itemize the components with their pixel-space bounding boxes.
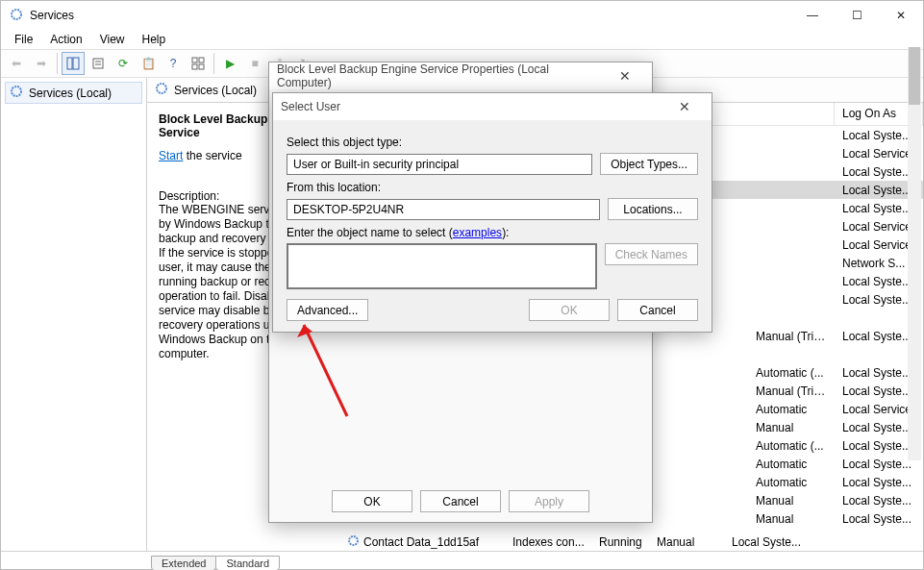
- svg-rect-3: [93, 59, 103, 68]
- minimize-button[interactable]: —: [790, 1, 835, 30]
- cell-logon: Local Syste...: [835, 512, 923, 526]
- cell-startup: Automatic (...: [748, 439, 835, 453]
- svg-rect-1: [67, 58, 72, 69]
- stop-service-button[interactable]: ■: [243, 52, 266, 75]
- refresh-button[interactable]: ⟳: [112, 52, 135, 75]
- select-user-footer: Advanced... OK Cancel: [287, 299, 698, 321]
- select-user-title-text: Select User: [281, 100, 340, 113]
- menu-file[interactable]: File: [7, 31, 40, 48]
- cell-startup: Manual: [748, 494, 835, 508]
- select-user-title: Select User ✕: [273, 93, 712, 120]
- cell-logon: Local Syste...: [835, 476, 923, 489]
- cell-startup: Automatic: [748, 403, 835, 416]
- props-cancel-button[interactable]: Cancel: [420, 490, 501, 512]
- menubar: File Action View Help: [1, 30, 923, 49]
- cell-startup: Manual (Trig...: [748, 330, 835, 343]
- object-type-label: Select this object type:: [287, 136, 698, 149]
- svg-rect-2: [73, 58, 79, 69]
- services-icon: [10, 85, 23, 101]
- svg-rect-9: [199, 64, 204, 69]
- enter-name-label: Enter the object name to select (example…: [287, 226, 698, 239]
- properties-dialog-title: Block Level Backup Engine Service Proper…: [269, 62, 652, 89]
- props-apply-button[interactable]: Apply: [509, 490, 589, 512]
- select-user-dialog: Select User ✕ Select this object type: O…: [272, 92, 712, 333]
- separator: [213, 53, 214, 74]
- properties-close-button[interactable]: ✕: [606, 68, 644, 84]
- cell-startup: Automatic: [748, 458, 835, 471]
- window-controls: — ☐ ✕: [790, 1, 923, 30]
- separator: [57, 53, 58, 74]
- close-button[interactable]: ✕: [879, 1, 923, 30]
- cell-startup: Automatic: [748, 476, 835, 489]
- examples-link[interactable]: examples: [453, 226, 502, 239]
- location-field[interactable]: [287, 199, 600, 220]
- show-hide-tree-button[interactable]: [62, 52, 85, 75]
- properties-title-text: Block Level Backup Engine Service Proper…: [277, 62, 606, 89]
- select-user-close-button[interactable]: ✕: [665, 99, 704, 114]
- tab-extended[interactable]: Extended: [151, 556, 216, 570]
- back-button[interactable]: ⬅: [5, 52, 28, 75]
- check-names-button[interactable]: Check Names: [605, 243, 698, 265]
- large-icons-button[interactable]: [187, 52, 210, 75]
- menu-view[interactable]: View: [92, 31, 133, 48]
- select-user-body: Select this object type: Object Types...…: [273, 120, 712, 331]
- properties-footer: OK Cancel Apply: [269, 490, 652, 512]
- tab-standard[interactable]: Standard: [215, 556, 280, 570]
- start-suffix: the service: [183, 149, 241, 162]
- gear-icon: [347, 534, 360, 550]
- services-icon: [155, 82, 168, 98]
- enter-name-prefix: Enter the object name to select (: [287, 226, 453, 239]
- cell-name: Contact Data_1dd15af: [363, 535, 479, 549]
- properties-toolbar-button[interactable]: [87, 52, 110, 75]
- content-header-label: Services (Local): [174, 84, 257, 97]
- view-tabs: Extended Standard: [1, 552, 923, 570]
- nav-services-local[interactable]: Services (Local): [5, 82, 142, 104]
- cell-status: Running: [599, 535, 657, 549]
- object-type-row: Object Types...: [287, 153, 698, 175]
- select-ok-button[interactable]: OK: [529, 299, 610, 321]
- enter-name-suffix: ):: [502, 226, 509, 239]
- svg-rect-6: [192, 58, 197, 62]
- help-toolbar-button[interactable]: ?: [162, 52, 185, 75]
- object-name-input[interactable]: [287, 243, 597, 289]
- object-types-button[interactable]: Object Types...: [600, 153, 698, 175]
- maximize-button[interactable]: ☐: [835, 1, 879, 30]
- vertical-scrollbar[interactable]: [908, 47, 921, 460]
- cell-startup: Manual: [748, 512, 835, 526]
- cell-startup: Manual (Trig...: [748, 384, 835, 398]
- svg-point-12: [349, 536, 358, 545]
- app-icon: [9, 7, 24, 25]
- props-ok-button[interactable]: OK: [332, 490, 412, 512]
- svg-point-11: [157, 84, 166, 93]
- start-link[interactable]: Start: [159, 149, 183, 162]
- svg-point-10: [12, 87, 21, 96]
- titlebar: Services — ☐ ✕: [1, 1, 923, 30]
- nav-tree: Services (Local): [1, 78, 147, 551]
- cell-startup: Manual: [748, 421, 835, 434]
- enter-name-row: Check Names: [287, 243, 698, 289]
- spacer: [376, 299, 521, 321]
- object-type-field[interactable]: [287, 154, 592, 175]
- locations-button[interactable]: Locations...: [608, 198, 698, 220]
- advanced-button[interactable]: Advanced...: [287, 299, 368, 321]
- select-cancel-button[interactable]: Cancel: [617, 299, 698, 321]
- cell-logon: Local Syste...: [724, 535, 811, 549]
- menu-help[interactable]: Help: [135, 31, 174, 48]
- window-title: Services: [30, 9, 74, 22]
- export-button[interactable]: 📋: [137, 52, 160, 75]
- svg-rect-7: [199, 58, 204, 62]
- list-row-bottom[interactable]: Contact Data_1dd15af Indexes con... Runn…: [339, 533, 923, 551]
- main-window: Services — ☐ ✕ File Action View Help ⬅ ➡…: [0, 0, 924, 570]
- cell-desc: Indexes con...: [512, 535, 599, 549]
- menu-action[interactable]: Action: [42, 31, 89, 48]
- location-label: From this location:: [287, 181, 698, 194]
- svg-rect-8: [192, 64, 197, 69]
- cell-logon: Local Syste...: [835, 494, 923, 508]
- cell-startup: Automatic (...: [748, 366, 835, 380]
- nav-item-label: Services (Local): [29, 87, 112, 100]
- cell-startup: Manual: [657, 535, 724, 549]
- scrollbar-thumb[interactable]: [909, 47, 920, 105]
- start-service-button[interactable]: ▶: [218, 52, 241, 75]
- svg-point-0: [12, 10, 21, 19]
- forward-button[interactable]: ➡: [30, 52, 53, 75]
